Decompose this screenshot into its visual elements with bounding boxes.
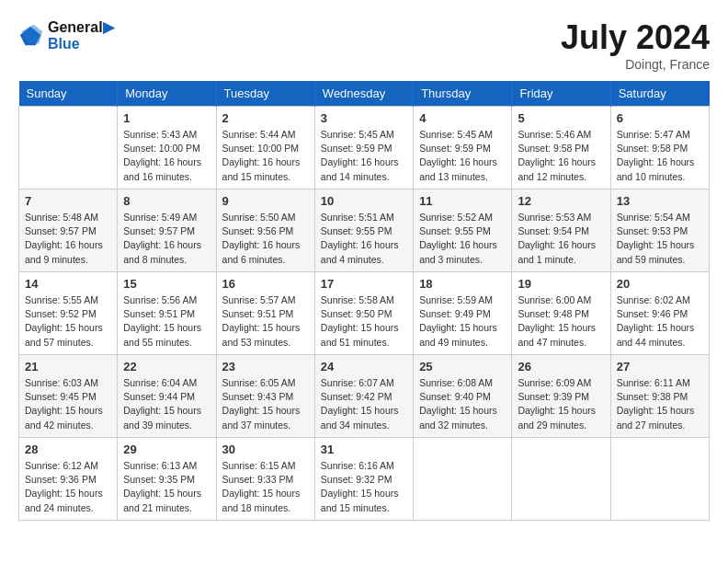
day-info: Sunrise: 5:48 AM Sunset: 9:57 PM Dayligh… (25, 211, 111, 267)
week-row-4: 28Sunrise: 6:12 AM Sunset: 9:36 PM Dayli… (19, 438, 710, 521)
day-cell: 31Sunrise: 6:16 AM Sunset: 9:32 PM Dayli… (314, 438, 413, 521)
week-row-0: 1Sunrise: 5:43 AM Sunset: 10:00 PM Dayli… (19, 107, 710, 190)
day-info: Sunrise: 5:46 AM Sunset: 9:58 PM Dayligh… (518, 128, 604, 184)
day-cell: 28Sunrise: 6:12 AM Sunset: 9:36 PM Dayli… (19, 438, 118, 521)
day-info: Sunrise: 5:45 AM Sunset: 9:59 PM Dayligh… (321, 128, 407, 184)
weekday-header-wednesday: Wednesday (314, 81, 413, 107)
page-header: General▶ Blue July 2024 Doingt, France (18, 18, 710, 72)
day-cell: 25Sunrise: 6:08 AM Sunset: 9:40 PM Dayli… (414, 355, 512, 438)
day-cell (19, 107, 118, 190)
day-info: Sunrise: 5:55 AM Sunset: 9:52 PM Dayligh… (25, 293, 111, 350)
day-info: Sunrise: 5:45 AM Sunset: 9:59 PM Dayligh… (419, 128, 506, 184)
day-number: 16 (222, 277, 309, 291)
day-info: Sunrise: 6:11 AM Sunset: 9:38 PM Dayligh… (617, 376, 703, 432)
day-number: 29 (123, 442, 210, 456)
weekday-header-monday: Monday (118, 81, 216, 107)
day-info: Sunrise: 6:12 AM Sunset: 9:36 PM Dayligh… (25, 459, 111, 515)
day-cell: 22Sunrise: 6:04 AM Sunset: 9:44 PM Dayli… (118, 355, 216, 438)
day-info: Sunrise: 6:04 AM Sunset: 9:44 PM Dayligh… (123, 376, 210, 432)
month-title: July 2024 (561, 18, 710, 57)
day-info: Sunrise: 5:58 AM Sunset: 9:50 PM Dayligh… (321, 293, 407, 350)
day-info: Sunrise: 6:16 AM Sunset: 9:32 PM Dayligh… (321, 459, 407, 515)
day-info: Sunrise: 5:56 AM Sunset: 9:51 PM Dayligh… (123, 293, 210, 350)
calendar-table: SundayMondayTuesdayWednesdayThursdayFrid… (18, 81, 710, 521)
week-row-3: 21Sunrise: 6:03 AM Sunset: 9:45 PM Dayli… (19, 355, 710, 438)
title-block: July 2024 Doingt, France (561, 18, 710, 72)
day-cell (610, 438, 709, 521)
day-cell: 13Sunrise: 5:54 AM Sunset: 9:53 PM Dayli… (610, 190, 709, 272)
day-number: 9 (222, 194, 309, 208)
day-info: Sunrise: 6:15 AM Sunset: 9:33 PM Dayligh… (222, 459, 309, 515)
day-number: 12 (518, 194, 604, 208)
day-number: 27 (617, 360, 703, 373)
day-number: 3 (321, 111, 407, 125)
day-info: Sunrise: 5:50 AM Sunset: 9:56 PM Dayligh… (222, 211, 309, 267)
day-cell: 1Sunrise: 5:43 AM Sunset: 10:00 PM Dayli… (118, 107, 216, 190)
day-cell: 18Sunrise: 5:59 AM Sunset: 9:49 PM Dayli… (414, 272, 512, 355)
day-cell: 21Sunrise: 6:03 AM Sunset: 9:45 PM Dayli… (19, 355, 118, 438)
day-info: Sunrise: 6:05 AM Sunset: 9:43 PM Dayligh… (222, 376, 309, 432)
day-cell: 19Sunrise: 6:00 AM Sunset: 9:48 PM Dayli… (512, 272, 610, 355)
day-cell (414, 438, 512, 521)
day-number: 13 (617, 194, 703, 208)
day-cell: 10Sunrise: 5:51 AM Sunset: 9:55 PM Dayli… (314, 190, 413, 272)
day-info: Sunrise: 5:54 AM Sunset: 9:53 PM Dayligh… (617, 211, 703, 267)
day-info: Sunrise: 5:52 AM Sunset: 9:55 PM Dayligh… (419, 211, 506, 267)
location: Doingt, France (561, 57, 710, 72)
day-cell: 23Sunrise: 6:05 AM Sunset: 9:43 PM Dayli… (216, 355, 314, 438)
day-info: Sunrise: 6:13 AM Sunset: 9:35 PM Dayligh… (123, 459, 210, 515)
day-number: 7 (25, 194, 111, 208)
day-info: Sunrise: 6:07 AM Sunset: 9:42 PM Dayligh… (321, 376, 407, 432)
day-cell: 30Sunrise: 6:15 AM Sunset: 9:33 PM Dayli… (216, 438, 314, 521)
day-cell: 20Sunrise: 6:02 AM Sunset: 9:46 PM Dayli… (610, 272, 709, 355)
day-cell: 27Sunrise: 6:11 AM Sunset: 9:38 PM Dayli… (610, 355, 709, 438)
day-number: 17 (321, 277, 407, 291)
day-info: Sunrise: 6:03 AM Sunset: 9:45 PM Dayligh… (25, 376, 111, 432)
day-info: Sunrise: 5:51 AM Sunset: 9:55 PM Dayligh… (321, 211, 407, 267)
weekday-header-friday: Friday (512, 81, 610, 107)
day-number: 5 (518, 111, 604, 125)
day-number: 4 (419, 111, 506, 125)
day-info: Sunrise: 5:47 AM Sunset: 9:58 PM Dayligh… (617, 128, 703, 184)
day-number: 22 (123, 360, 210, 373)
day-number: 14 (25, 277, 111, 291)
day-cell: 24Sunrise: 6:07 AM Sunset: 9:42 PM Dayli… (314, 355, 413, 438)
weekday-header-saturday: Saturday (610, 81, 709, 107)
day-cell: 29Sunrise: 6:13 AM Sunset: 9:35 PM Dayli… (118, 438, 216, 521)
day-number: 11 (419, 194, 506, 208)
day-number: 1 (123, 111, 210, 125)
day-cell: 7Sunrise: 5:48 AM Sunset: 9:57 PM Daylig… (19, 190, 118, 272)
day-cell: 12Sunrise: 5:53 AM Sunset: 9:54 PM Dayli… (512, 190, 610, 272)
day-number: 26 (518, 360, 604, 373)
day-number: 10 (321, 194, 407, 208)
day-cell (512, 438, 610, 521)
day-number: 2 (222, 111, 309, 125)
day-number: 8 (123, 194, 210, 208)
day-cell: 2Sunrise: 5:44 AM Sunset: 10:00 PM Dayli… (216, 107, 314, 190)
day-info: Sunrise: 5:49 AM Sunset: 9:57 PM Dayligh… (123, 211, 210, 267)
day-info: Sunrise: 6:02 AM Sunset: 9:46 PM Dayligh… (617, 293, 703, 350)
day-number: 19 (518, 277, 604, 291)
day-number: 20 (617, 277, 703, 291)
day-cell: 15Sunrise: 5:56 AM Sunset: 9:51 PM Dayli… (118, 272, 216, 355)
week-row-1: 7Sunrise: 5:48 AM Sunset: 9:57 PM Daylig… (19, 190, 710, 272)
day-info: Sunrise: 5:43 AM Sunset: 10:00 PM Daylig… (123, 128, 210, 184)
day-cell: 4Sunrise: 5:45 AM Sunset: 9:59 PM Daylig… (414, 107, 512, 190)
day-cell: 11Sunrise: 5:52 AM Sunset: 9:55 PM Dayli… (414, 190, 512, 272)
weekday-header-thursday: Thursday (414, 81, 512, 107)
day-cell: 17Sunrise: 5:58 AM Sunset: 9:50 PM Dayli… (314, 272, 413, 355)
day-number: 25 (419, 360, 506, 373)
day-info: Sunrise: 5:59 AM Sunset: 9:49 PM Dayligh… (419, 293, 506, 350)
day-cell: 9Sunrise: 5:50 AM Sunset: 9:56 PM Daylig… (216, 190, 314, 272)
day-number: 15 (123, 277, 210, 291)
logo-text: General▶ Blue (48, 18, 114, 52)
day-number: 18 (419, 277, 506, 291)
day-number: 28 (25, 442, 111, 456)
day-cell: 16Sunrise: 5:57 AM Sunset: 9:51 PM Dayli… (216, 272, 314, 355)
day-cell: 14Sunrise: 5:55 AM Sunset: 9:52 PM Dayli… (19, 272, 118, 355)
logo-icon (18, 23, 44, 49)
day-number: 23 (222, 360, 309, 373)
weekday-header-tuesday: Tuesday (216, 81, 314, 107)
day-info: Sunrise: 6:09 AM Sunset: 9:39 PM Dayligh… (518, 376, 604, 432)
day-info: Sunrise: 5:44 AM Sunset: 10:00 PM Daylig… (222, 128, 309, 184)
